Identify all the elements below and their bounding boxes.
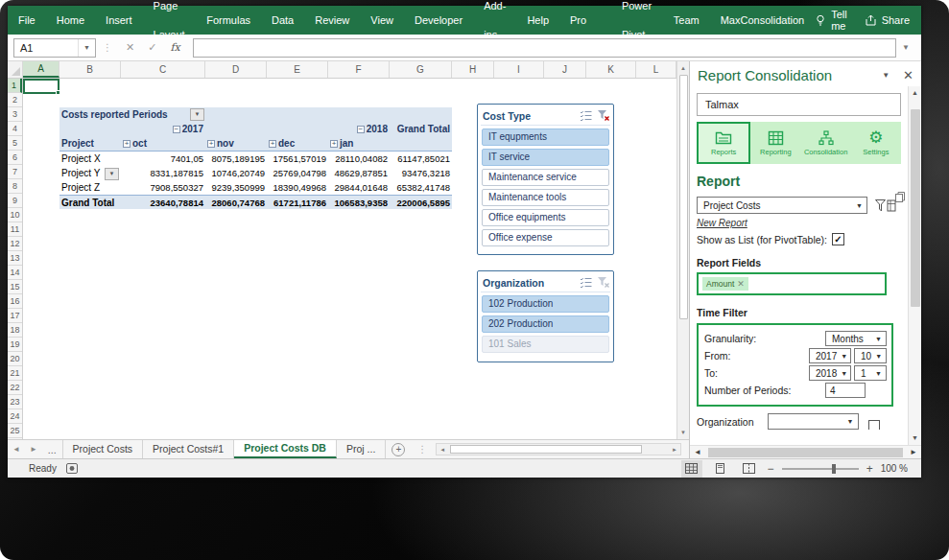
row-header-7[interactable]: 7	[8, 165, 22, 179]
row-header-3[interactable]: 3	[8, 107, 22, 122]
organization-select[interactable]: ▼	[768, 413, 859, 430]
nav-settings[interactable]: ⚙ Settings	[851, 122, 901, 164]
column-header-g[interactable]: G	[390, 61, 452, 78]
grid-horizontal-scrollbar[interactable]: ◄ ►	[436, 443, 681, 455]
more-sheets-button[interactable]: ...	[42, 444, 62, 455]
insert-function-icon[interactable]: fx	[163, 41, 186, 54]
row-header-19[interactable]: 19	[8, 338, 22, 352]
expand-icon[interactable]: +	[330, 140, 338, 148]
new-sheet-button[interactable]: +	[391, 443, 405, 456]
month-nov[interactable]: +nov	[205, 136, 267, 151]
row-label[interactable]: Grand Total	[59, 196, 121, 209]
scroll-left-icon[interactable]: ◄	[437, 447, 448, 453]
cell-value[interactable]: 28110,04082	[328, 152, 390, 166]
row-header-12[interactable]: 12	[8, 237, 22, 251]
row-header-2[interactable]: 2	[8, 93, 22, 107]
macro-record-icon[interactable]	[66, 463, 78, 474]
scroll-down-icon[interactable]: ▼	[912, 432, 918, 445]
row-header-21[interactable]: 21	[8, 366, 22, 381]
prev-sheet-icon[interactable]: ◄	[8, 445, 25, 454]
row-header-4[interactable]: 4	[8, 122, 22, 136]
cell-value[interactable]: 7401,05	[121, 152, 205, 166]
to-year-select[interactable]: 2018▼	[809, 365, 851, 381]
number-of-periods-input[interactable]: 4	[825, 383, 866, 398]
slicer-item[interactable]: IT service	[482, 149, 609, 166]
page-layout-view-button[interactable]	[710, 460, 731, 478]
row-header-10[interactable]: 10	[8, 208, 22, 222]
column-header-b[interactable]: B	[59, 61, 121, 78]
slicer-item[interactable]: Office expense	[482, 229, 609, 246]
slicer-item[interactable]: 102 Production	[482, 295, 609, 313]
row-header-9[interactable]: 9	[8, 194, 22, 208]
ribbon-tab-review[interactable]: Review	[304, 6, 360, 35]
cell-value[interactable]: 220006,5895	[390, 196, 452, 209]
row-header-14[interactable]: 14	[8, 266, 22, 280]
expand-icon[interactable]: +	[207, 140, 215, 148]
ribbon-tab-help[interactable]: Help	[516, 6, 559, 35]
column-header-h[interactable]: H	[452, 61, 494, 78]
select-all-corner[interactable]	[8, 61, 23, 78]
organization-checkbox[interactable]	[868, 420, 880, 430]
column-header-c[interactable]: C	[121, 61, 205, 78]
cell-value[interactable]: 106583,9358	[328, 196, 390, 209]
new-report-link[interactable]: New Report	[697, 218, 747, 228]
grid-vertical-scrollbar[interactable]: ▲ ▼	[676, 61, 689, 439]
filter-table-icon[interactable]	[875, 199, 896, 212]
cell-value[interactable]: 10746,20749	[205, 166, 267, 180]
slicer-item[interactable]: Office equipments	[482, 209, 609, 226]
zoom-slider-thumb[interactable]	[832, 464, 836, 474]
from-period-select[interactable]: 10▼	[854, 348, 887, 363]
row-label[interactable]: Project Z	[59, 180, 121, 195]
slicer-item[interactable]: 101 Sales	[482, 336, 609, 353]
cell-value[interactable]: 18390,49968	[267, 180, 328, 195]
cell-value[interactable]: 7908,550327	[121, 180, 205, 195]
name-box-chevron-icon[interactable]: ▼	[78, 39, 95, 57]
scrollbar-thumb[interactable]	[911, 109, 920, 307]
collapse-icon[interactable]: −	[173, 126, 180, 133]
active-cell-a1[interactable]	[23, 79, 59, 94]
row-header-22[interactable]: 22	[8, 381, 22, 395]
zoom-in-button[interactable]: +	[866, 462, 873, 476]
tell-me-button[interactable]: Tell me	[815, 9, 847, 32]
slicer-item[interactable]: Maintenance service	[482, 169, 609, 186]
cell-value[interactable]: 8075,189195	[205, 152, 267, 166]
row-header-1[interactable]: 1	[8, 79, 22, 93]
slicer-item[interactable]: IT equpments	[482, 128, 609, 146]
pane-vertical-scrollbar[interactable]: ▲ ▼	[908, 86, 921, 445]
granularity-select[interactable]: Months▼	[825, 331, 887, 346]
scroll-down-icon[interactable]: ▼	[680, 426, 686, 439]
cell-value[interactable]: 9239,350999	[205, 180, 267, 195]
report-select[interactable]: Project Costs▼	[697, 197, 867, 214]
cell-value[interactable]: 93476,3218	[390, 166, 452, 180]
month-jan[interactable]: +jan	[328, 136, 390, 151]
clear-filter-icon[interactable]	[598, 110, 609, 121]
column-header-f[interactable]: F	[328, 61, 390, 78]
scroll-up-icon[interactable]: ▲	[680, 61, 686, 75]
clear-filter-icon[interactable]	[598, 277, 609, 288]
scroll-up-icon[interactable]: ▲	[912, 86, 918, 100]
zoom-level[interactable]: 100 %	[881, 463, 908, 474]
row-header-23[interactable]: 23	[8, 395, 22, 409]
nav-consolidation[interactable]: Consolidation	[801, 122, 851, 164]
row-header-6[interactable]: 6	[8, 151, 22, 165]
ribbon-tab-developer[interactable]: Developer	[404, 6, 473, 35]
scrollbar-thumb[interactable]	[450, 445, 642, 454]
show-as-list-checkbox[interactable]: ✓	[832, 233, 844, 245]
zoom-slider[interactable]	[782, 468, 859, 470]
ribbon-tab-data[interactable]: Data	[261, 6, 304, 35]
name-box[interactable]: A1 ▼	[13, 38, 96, 58]
expand-icon[interactable]: +	[123, 140, 130, 148]
ribbon-tab-view[interactable]: View	[360, 6, 404, 35]
cell-value[interactable]: 28060,74768	[205, 196, 267, 209]
scroll-right-icon[interactable]: ►	[906, 448, 921, 456]
cell-value[interactable]: 29844,01648	[328, 180, 390, 195]
cancel-formula-icon[interactable]: ✕	[119, 41, 141, 54]
column-header-a[interactable]: A	[23, 61, 59, 78]
cell-value[interactable]: 48629,87851	[328, 166, 390, 180]
row-header-8[interactable]: 8	[8, 179, 22, 194]
cell-value[interactable]: 25769,04798	[267, 166, 328, 180]
row-header-5[interactable]: 5	[8, 136, 22, 151]
cell-value[interactable]: 17561,57019	[267, 152, 328, 166]
pane-options-chevron-icon[interactable]: ▼	[882, 71, 890, 80]
row-header-24[interactable]: 24	[8, 409, 22, 424]
